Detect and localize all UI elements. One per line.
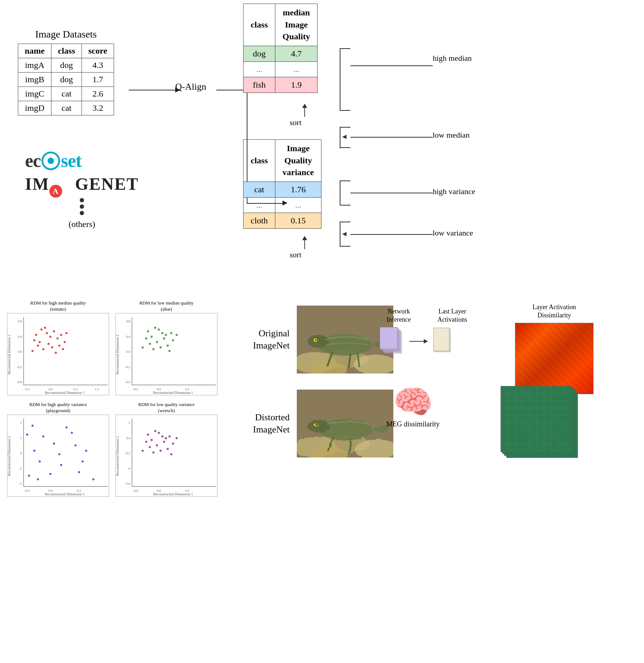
svg-point-78 [78, 471, 80, 473]
svg-point-114 [163, 441, 165, 443]
svg-point-17 [39, 341, 41, 343]
svg-text:0: 0 [20, 451, 22, 455]
median-dots-value: ... [275, 61, 318, 77]
col-score-header: score [82, 44, 114, 58]
bracket-low-var-bot [340, 246, 350, 247]
median-row-dog: dog 4.7 [244, 46, 318, 61]
svg-point-91 [58, 453, 60, 455]
median-class-fish: fish [244, 77, 275, 93]
arrow-datasets-qalign [129, 88, 180, 93]
svg-point-76 [71, 432, 73, 434]
high-variance-label: high variance [433, 187, 475, 196]
svg-text:0.4: 0.4 [18, 335, 22, 338]
cell-class: dog [51, 73, 82, 87]
cell-score: 3.2 [82, 101, 114, 115]
rdm-svg-3: Reconstructed Dimension 2 Reconstructed … [8, 415, 109, 497]
svg-text:Reconstructed Dimension 2: Reconstructed Dimension 2 [116, 335, 119, 374]
bracket-mid-var [340, 205, 350, 206]
rdm-title-1: RDM for high median quality(tomato) [7, 300, 109, 312]
ecoset-eye-icon [41, 152, 60, 170]
brain-icon: 🧠 [386, 386, 439, 418]
svg-point-79 [53, 442, 55, 445]
table-row: imgA dog 4.3 [18, 58, 114, 73]
sort-arrow-bottom [302, 236, 307, 249]
variance-dots-value: ... [275, 197, 321, 213]
svg-point-57 [159, 346, 162, 348]
sort-label-bottom: sort [290, 250, 301, 259]
svg-point-111 [165, 437, 167, 439]
rdm-chart-3: Reconstructed Dimension 2 Reconstructed … [7, 415, 109, 497]
distorted-row: DistortedImageNet [229, 390, 393, 457]
svg-text:Reconstructed Dimension 2: Reconstructed Dimension 2 [8, 335, 11, 374]
cell-score: 4.3 [82, 58, 114, 73]
median-dots-class: ... [244, 61, 275, 77]
svg-text:-0.2: -0.2 [125, 365, 130, 369]
svg-point-113 [156, 444, 158, 446]
variance-value-cat: 1.76 [275, 182, 321, 197]
svg-point-48 [145, 337, 147, 340]
low-median-label: low median [433, 130, 470, 140]
cell-class: dog [51, 58, 82, 73]
svg-text:0.0: 0.0 [18, 350, 22, 353]
svg-text:-2: -2 [19, 482, 22, 485]
lizard-svg-distorted [297, 390, 393, 457]
datasets-title: Image Datasets [18, 29, 114, 40]
svg-point-23 [48, 343, 50, 345]
svg-point-47 [161, 332, 163, 334]
svg-point-27 [60, 334, 62, 336]
svg-text:0.4: 0.4 [126, 436, 131, 440]
green-heatmaps-section [501, 386, 583, 465]
svg-text:2: 2 [129, 421, 131, 425]
svg-point-26 [55, 352, 57, 354]
svg-text:-3.6: -3.6 [125, 482, 131, 485]
svg-text:0.8: 0.8 [18, 320, 22, 323]
right-bracket-median [340, 48, 340, 111]
rdm-plot-low-variance: RDM for low quality variance(wrench) Rec… [115, 402, 217, 497]
network-inference-label: Network Inference [379, 307, 418, 324]
cell-score: 1.7 [82, 73, 114, 87]
svg-point-75 [31, 425, 34, 427]
green-heatmap-stack [501, 386, 583, 465]
svg-text:0.0: 0.0 [48, 387, 53, 391]
svg-point-77 [39, 460, 41, 462]
svg-point-18 [44, 327, 46, 329]
svg-point-32 [65, 332, 68, 334]
variance-class-cat: cat [244, 182, 275, 197]
svg-point-56 [167, 345, 169, 347]
variance-table-section: class ImageQualityvariance cat 1.76 ... … [243, 139, 321, 229]
arrow-shaft [304, 108, 305, 117]
svg-text:-0.2: -0.2 [17, 365, 22, 369]
svg-point-112 [149, 446, 151, 448]
svg-point-58 [152, 348, 154, 350]
svg-point-143 [315, 424, 316, 425]
variance-row-cloth: cloth 0.15 [244, 213, 321, 228]
bullet-dot [80, 211, 84, 215]
svg-point-50 [158, 328, 160, 331]
svg-text:-0.8: -0.8 [133, 489, 138, 493]
arrow-shaft-2 [304, 240, 305, 249]
median-col1-header: class [244, 4, 275, 46]
svg-point-21 [42, 348, 44, 350]
bracket-low-top [340, 127, 350, 128]
arrow-line [216, 90, 243, 90]
svg-point-52 [149, 343, 151, 345]
rdm-title-4: RDM for low quality variance(wrench) [115, 402, 217, 414]
rdm-plot-high-median: RDM for high median quality(tomato) Reco… [7, 300, 109, 395]
svg-text:0.8: 0.8 [126, 320, 131, 323]
dots-section: (others) [25, 198, 139, 229]
qalign-label: Q-Align [175, 81, 206, 92]
svg-point-92 [37, 478, 39, 480]
svg-point-51 [165, 334, 167, 336]
distorted-label: DistortedImageNet [229, 411, 297, 436]
table-row: imgD cat 3.2 [18, 101, 114, 115]
arrow-line [129, 90, 175, 90]
col-name-header: name [18, 44, 51, 58]
svg-point-141 [308, 419, 329, 432]
ecoset-pupil [48, 158, 54, 164]
svg-text:Reconstructed Dimension 1: Reconstructed Dimension 1 [45, 492, 84, 496]
svg-point-59 [172, 339, 174, 341]
svg-text:-0.8: -0.8 [17, 380, 22, 384]
variance-dots-class: ... [244, 197, 275, 213]
svg-point-122 [170, 453, 172, 455]
meg-label: MEG dissimilarity [386, 420, 439, 428]
